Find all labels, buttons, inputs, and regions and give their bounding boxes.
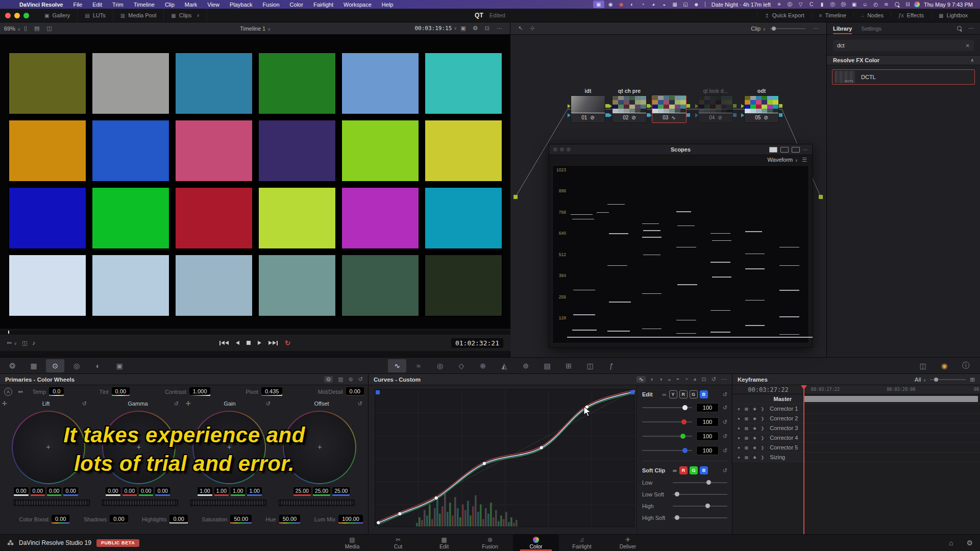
- curves-header-icon-1[interactable]: ◐: [651, 376, 654, 383]
- slider-handle[interactable]: [675, 515, 679, 520]
- palette-rgb-mixer-icon[interactable]: ◐: [89, 359, 107, 372]
- contrast-icon[interactable]: ◐: [628, 1, 636, 8]
- node-02[interactable]: 02⊘: [612, 95, 647, 123]
- skip-forward-button[interactable]: [268, 341, 278, 345]
- node-options-icon[interactable]: ⋯: [813, 25, 819, 32]
- play-reverse-button[interactable]: [236, 341, 239, 345]
- toolbar-button-clips[interactable]: ▦Clips∨: [164, 9, 207, 22]
- adjust-value[interactable]: 100.00: [338, 515, 363, 522]
- pan-tool-icon[interactable]: ⊹: [530, 25, 534, 32]
- curve-channel-r[interactable]: R: [679, 390, 688, 398]
- resolve-logo-icon[interactable]: ⁂: [7, 539, 14, 547]
- adjust-value[interactable]: 0.00: [169, 515, 187, 522]
- library-section-header[interactable]: Resolve FX Color ∧: [827, 55, 980, 65]
- window-close-button[interactable]: [5, 13, 11, 18]
- enable-dot-icon[interactable]: ●: [738, 426, 740, 431]
- wheels-header-icon-1[interactable]: ▥: [338, 376, 343, 383]
- wheel-value[interactable]: 0.00: [106, 487, 120, 494]
- lock-icon[interactable]: ▦: [745, 416, 749, 421]
- master-keyframe-bar[interactable]: [804, 396, 978, 402]
- node-03[interactable]: 03∿: [652, 95, 687, 123]
- node-output-connector[interactable]: [605, 113, 609, 117]
- palette-qualifier-icon[interactable]: ◎: [431, 359, 449, 372]
- audio-mute-icon[interactable]: ♪: [32, 340, 35, 346]
- app-window-icon[interactable]: ▣: [850, 1, 859, 8]
- crosshair-icon[interactable]: ✛: [2, 400, 7, 407]
- curve-channel-y[interactable]: Y: [669, 390, 677, 398]
- palette-color-warper-icon[interactable]: ≈: [409, 359, 428, 372]
- users-icon[interactable]: ☻: [692, 1, 701, 8]
- notification-bell-icon[interactable]: ◕: [649, 1, 658, 8]
- cursor-tool-icon[interactable]: ↖: [518, 25, 523, 32]
- tool-split-screen-icon[interactable]: ◫: [914, 359, 932, 372]
- page-tab-deliver[interactable]: ✈Deliver: [605, 535, 651, 551]
- enable-dot-icon[interactable]: ●: [738, 407, 740, 411]
- viewer-grid-icon[interactable]: ▤: [34, 25, 39, 32]
- slider-reset-icon[interactable]: ↺: [723, 447, 727, 454]
- wheel-value[interactable]: 0.00: [155, 487, 169, 494]
- wheel-value[interactable]: 0.00: [31, 487, 45, 494]
- toolbar-button-timeline[interactable]: ≡Timeline: [812, 12, 853, 18]
- wheel-reset-icon[interactable]: ↺: [358, 400, 362, 407]
- slider-reset-icon[interactable]: ↺: [723, 405, 727, 411]
- node-input-connector[interactable]: [649, 104, 652, 108]
- softclip-channel-g[interactable]: G: [690, 466, 698, 474]
- scrub-playhead[interactable]: [8, 331, 9, 334]
- slider-handle[interactable]: [680, 434, 685, 439]
- keyframe-row-corrector-2[interactable]: ●▦◆❯Corrector 2: [732, 414, 980, 423]
- palette-key-icon[interactable]: ▤: [538, 359, 556, 372]
- curves-header-icon-8[interactable]: ↺: [712, 376, 716, 383]
- softclip-link-icon[interactable]: ∞: [673, 467, 677, 473]
- keyframes-timeline[interactable]: 00:03:27:22 00:03:27:2200:03:28:0800:03:…: [732, 385, 980, 534]
- curve-graph-area[interactable]: [369, 385, 636, 534]
- wheel-value[interactable]: 0.00: [14, 487, 28, 494]
- control-center-icon[interactable]: ⊟: [903, 1, 912, 8]
- slider-reset-icon[interactable]: ↺: [723, 419, 727, 425]
- keyframes-expand-icon[interactable]: ⊞: [970, 376, 975, 383]
- softclip-channel-b[interactable]: B: [700, 466, 708, 474]
- keyframes-zoom-slider[interactable]: [930, 379, 966, 380]
- library-item-dctl[interactable]: DCTL DCTL: [832, 69, 975, 85]
- enable-dot-icon[interactable]: ●: [738, 436, 740, 440]
- wheel-value[interactable]: 1.00: [247, 487, 261, 494]
- keyframe-row-corrector-3[interactable]: ●▦◆❯Corrector 3: [732, 423, 980, 433]
- expand-chevron-icon[interactable]: ❯: [761, 445, 765, 450]
- eyedropper-icon[interactable]: ✏∨: [7, 340, 17, 346]
- softclip-channel-r[interactable]: R: [679, 466, 688, 474]
- adjust-value[interactable]: 0.00: [110, 515, 128, 522]
- palette-sizing-icon[interactable]: ⊞: [559, 359, 578, 372]
- bell-icon[interactable]: ◔: [639, 1, 647, 8]
- menu-view[interactable]: View: [202, 2, 225, 8]
- curves-header-icon-0[interactable]: ∿: [636, 376, 645, 383]
- wheel-value[interactable]: 1.00: [231, 487, 245, 494]
- scopes-window-dot[interactable]: [560, 147, 564, 152]
- scopes-layout-4up[interactable]: [792, 147, 800, 153]
- wifi-icon[interactable]: ≋: [882, 1, 891, 8]
- keyframe-row-master[interactable]: Master: [732, 394, 980, 404]
- menu-color[interactable]: Color: [285, 2, 308, 8]
- wheels-header-icon-0[interactable]: ⊙: [324, 376, 333, 383]
- palette-color-match-icon[interactable]: ▦: [24, 359, 43, 372]
- g-app-icon[interactable]: Ⓖ: [786, 1, 794, 8]
- keyframe-row-track[interactable]: [804, 404, 980, 413]
- adjust-value[interactable]: 0.435: [261, 387, 283, 395]
- wheel-value[interactable]: 0.00: [47, 487, 61, 494]
- color-wheel-gamma[interactable]: [102, 411, 176, 484]
- lock-icon[interactable]: ▦: [745, 426, 749, 431]
- adjust-value[interactable]: 0.00: [346, 387, 364, 395]
- keyframe-diamond-icon[interactable]: ◆: [753, 445, 756, 450]
- page-tab-media[interactable]: ▤Media: [329, 535, 375, 551]
- slider-handle[interactable]: [705, 504, 710, 508]
- keyframe-diamond-icon[interactable]: ◆: [753, 455, 756, 460]
- curves-header-icon-7[interactable]: ⊡: [702, 376, 706, 383]
- slider-handle[interactable]: [706, 480, 711, 485]
- adjust-value[interactable]: 50.00: [230, 515, 252, 522]
- menu-edit[interactable]: Edit: [87, 2, 107, 8]
- keyframe-row-track[interactable]: [804, 414, 980, 423]
- colorful-app-icon[interactable]: ●: [914, 2, 920, 7]
- slider-track[interactable]: [642, 407, 692, 408]
- page-tab-cut[interactable]: ✂Cut: [375, 535, 421, 551]
- keyframe-diamond-icon[interactable]: ◆: [753, 416, 756, 421]
- palette-stereo-3d-icon[interactable]: ◫: [581, 359, 599, 372]
- slider-handle[interactable]: [675, 492, 679, 496]
